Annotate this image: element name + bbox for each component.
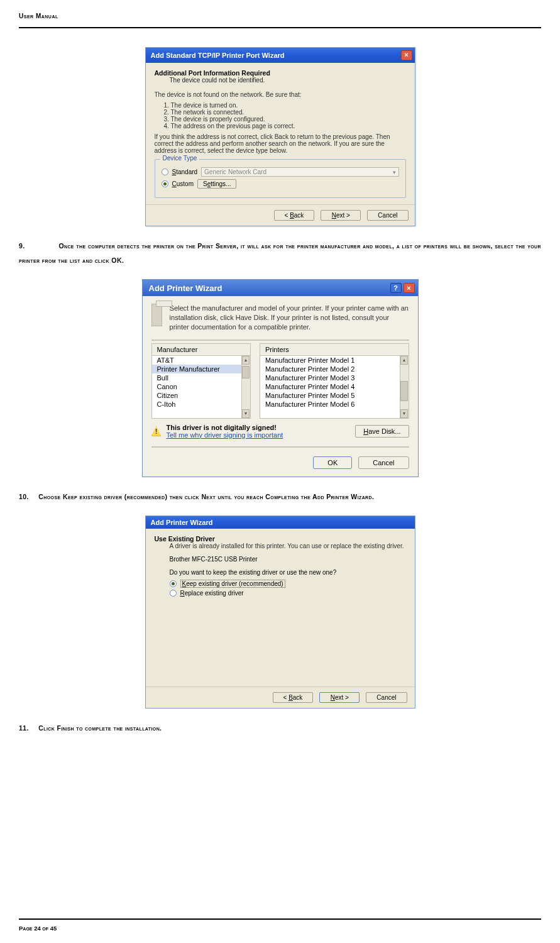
standard-label: Standard — [172, 168, 198, 175]
close-icon[interactable]: × — [404, 283, 415, 293]
next-button[interactable]: Next > — [319, 692, 360, 703]
manufacturer-list[interactable]: AT&T Printer Manufacturer Bull Canon Cit… — [151, 356, 251, 419]
dialog1-subheading: The device could not be identified. — [155, 77, 406, 84]
list-item: The network is connected. — [171, 109, 406, 116]
help-icon[interactable]: ? — [390, 283, 402, 293]
use-existing-driver-dialog: Add Printer Wizard Use Existing Driver A… — [145, 516, 415, 709]
standard-radio[interactable] — [162, 168, 168, 175]
list-item: The device is properly configured. — [171, 116, 406, 123]
page-header: User Manual — [19, 13, 541, 28]
step-10: 10. Choose Keep existing driver (recomme… — [19, 490, 541, 504]
replace-driver-label: Replace existing driver — [180, 590, 244, 597]
back-button[interactable]: < Back — [274, 210, 315, 221]
step-10-g: . — [372, 493, 374, 500]
list-item[interactable]: Manufacturer Printer Model 1 — [260, 356, 409, 365]
keep-driver-label: Keep existing driver (recommended) — [180, 580, 285, 588]
cancel-button[interactable]: Cancel — [358, 456, 409, 469]
step-9-ok: OK — [111, 256, 122, 264]
list-item[interactable]: Manufacturer Printer Model 6 — [260, 400, 409, 409]
separator — [151, 339, 409, 341]
step-9-text-a: Once the computer detects the printer on… — [19, 242, 541, 264]
step-9-text-c: . — [122, 256, 124, 264]
printer-name: Brother MFC-215C USB Printer — [155, 556, 406, 563]
list-item: The device is turned on. — [171, 102, 406, 109]
warning-icon: ! — [151, 426, 162, 436]
device-type-fieldset: Device Type Standard Generic Network Car… — [155, 159, 406, 198]
scrollbar[interactable]: ▴ ▾ — [400, 356, 409, 418]
scrollbar[interactable]: ▴ ▾ — [241, 356, 250, 418]
list-item[interactable]: Bull — [152, 373, 250, 382]
custom-radio[interactable] — [162, 180, 168, 187]
dialog2-titlebar: Add Printer Wizard ? × — [143, 280, 418, 296]
printers-header: Printers — [260, 343, 409, 356]
step-9-number: 9. — [19, 239, 36, 253]
settings-button[interactable]: Settings... — [197, 179, 236, 189]
list-item[interactable]: C-Itoh — [152, 400, 250, 409]
dialog1-heading: Additional Port Information Required — [155, 69, 406, 77]
replace-driver-radio[interactable] — [170, 590, 177, 597]
dialog1-button-row: < Back Next > Cancel — [146, 204, 415, 226]
scrollbar-thumb[interactable] — [242, 366, 250, 378]
cancel-button[interactable]: Cancel — [367, 210, 408, 221]
chevron-up-icon[interactable]: ▴ — [242, 356, 250, 365]
warning-text: This driver is not digitally signed! — [167, 424, 277, 431]
ok-button[interactable]: OK — [313, 456, 352, 469]
list-item[interactable]: Manufacturer Printer Model 5 — [260, 391, 409, 400]
step-11-b: Finish — [57, 724, 74, 732]
combo-value: Generic Network Card — [204, 168, 266, 175]
step-11: 11. Click Finish to complete the install… — [19, 721, 541, 736]
page-footer: Page 24 of 45 — [19, 918, 541, 932]
chevron-down-icon[interactable]: ▾ — [400, 409, 408, 418]
list-item[interactable]: Printer Manufacturer — [152, 365, 250, 373]
dialog1-list: The device is turned on. The network is … — [155, 102, 406, 130]
dialog3-titlebar: Add Printer Wizard — [146, 516, 415, 529]
standard-combo[interactable]: Generic Network Card ▾ — [201, 167, 398, 177]
custom-label: Custom — [172, 180, 194, 187]
list-item[interactable]: AT&T — [152, 356, 250, 365]
dialog1-titlebar: Add Standard TCP/IP Printer Port Wizard … — [146, 48, 415, 63]
dialog1-wrapper: Add Standard TCP/IP Printer Port Wizard … — [19, 47, 541, 226]
next-button[interactable]: Next > — [321, 210, 361, 221]
dialog3-question: Do you want to keep the existing driver … — [155, 569, 406, 576]
chevron-up-icon[interactable]: ▴ — [400, 356, 408, 365]
dialog2-title: Add Printer Wizard — [149, 284, 222, 293]
step-10-number: 10. — [19, 490, 36, 504]
driver-signing-link[interactable]: Tell me why driver signing is important — [167, 431, 283, 439]
printer-icon — [151, 304, 162, 326]
dialog1-para1: The device is not found on the network. … — [155, 91, 406, 98]
have-disk-button[interactable]: Have Disk... — [355, 425, 409, 438]
dialog3-heading: Use Existing Driver — [155, 535, 406, 543]
tcpip-port-wizard-dialog: Add Standard TCP/IP Printer Port Wizard … — [145, 47, 415, 226]
list-item[interactable]: Citizen — [152, 391, 250, 400]
list-item[interactable]: Manufacturer Printer Model 4 — [260, 382, 409, 391]
back-button[interactable]: < Back — [273, 692, 314, 703]
scrollbar-thumb[interactable] — [400, 381, 408, 401]
manufacturer-label: Manufacturer — [157, 346, 198, 353]
dialog2-description: Select the manufacturer and model of you… — [170, 304, 409, 332]
step-10-b: Keep existing driver (recommended) — [63, 493, 167, 500]
step-10-c: then click — [167, 493, 201, 500]
step-10-f: Completing the Add Printer Wizard — [265, 493, 372, 500]
warning-text-block: This driver is not digitally signed! Tel… — [167, 424, 283, 439]
list-item[interactable]: Manufacturer Printer Model 3 — [260, 373, 409, 382]
list-item[interactable]: Canon — [152, 382, 250, 391]
step-11-c: to complete the installation. — [74, 724, 162, 732]
list-item[interactable]: Manufacturer Printer Model 2 — [260, 365, 409, 373]
printers-label: Printers — [265, 346, 289, 353]
dialog3-title: Add Printer Wizard — [151, 519, 213, 526]
step-10-d: Next — [201, 493, 216, 500]
dialog3-sub: A driver is already installed for this p… — [155, 543, 406, 549]
printers-list[interactable]: Manufacturer Printer Model 1 Manufacture… — [260, 356, 409, 419]
cancel-button[interactable]: Cancel — [366, 692, 407, 703]
close-icon[interactable]: × — [401, 50, 412, 60]
dialog2-wrapper: Add Printer Wizard ? × Select the manufa… — [19, 279, 541, 477]
step-10-a: Choose — [38, 493, 63, 500]
device-type-legend: Device Type — [160, 155, 200, 162]
step-11-number: 11. — [19, 721, 36, 736]
dialog3-button-row: < Back Next > Cancel — [146, 687, 415, 708]
chevron-down-icon[interactable]: ▾ — [242, 409, 250, 418]
keep-driver-radio[interactable] — [170, 580, 177, 587]
dialog3-wrapper: Add Printer Wizard Use Existing Driver A… — [19, 516, 541, 709]
chevron-down-icon: ▾ — [393, 169, 396, 175]
dialog1-title: Add Standard TCP/IP Printer Port Wizard — [151, 52, 285, 59]
